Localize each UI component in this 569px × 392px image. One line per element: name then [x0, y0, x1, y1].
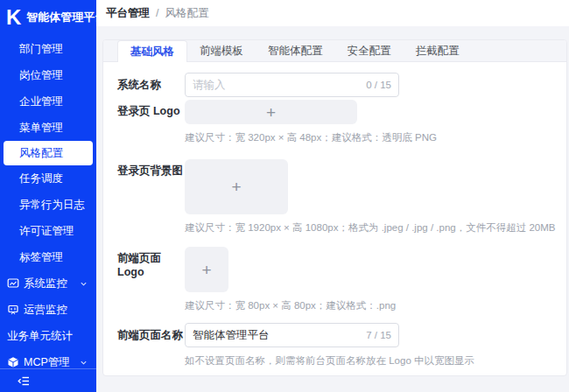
- monitor-chart-icon: [7, 277, 19, 290]
- system-name-counter: 0 / 15: [366, 80, 391, 90]
- login-bg-label: 登录页背景图: [117, 159, 185, 234]
- app-brand: K 智能体管理平台: [0, 0, 96, 32]
- sidebar-menu: 部门管理 岗位管理 企业管理 菜单管理 风格配置 任务调度 异常行为日志 许可证…: [0, 36, 96, 375]
- sidebar-item-style-config[interactable]: 风格配置: [4, 141, 93, 165]
- plus-icon: +: [201, 262, 211, 278]
- system-name-label: 系统名称: [117, 73, 185, 97]
- sidebar-item-positions[interactable]: 岗位管理: [0, 62, 96, 88]
- tab-intercept-config[interactable]: 拦截配置: [404, 40, 472, 61]
- tab-agent-config[interactable]: 智能体配置: [256, 40, 335, 61]
- breadcrumb-section[interactable]: 平台管理: [106, 6, 150, 21]
- front-logo-hint: 建议尺寸：宽 80px × 高 80px；建议格式：.png: [185, 299, 396, 312]
- system-name-input[interactable]: [193, 79, 361, 91]
- main-area: 平台管理 / 风格配置 基础风格 前端模板 智能体配置 安全配置 拦截配置 系统…: [96, 0, 569, 392]
- front-logo-label: 前端页面 Logo: [117, 247, 185, 312]
- form-row-front-logo: 前端页面 Logo + 建议尺寸：宽 80px × 高 80px；建议格式：.p…: [117, 247, 566, 312]
- sidebar-footer: [0, 368, 96, 392]
- tab-frontend-template[interactable]: 前端模板: [187, 40, 256, 61]
- breadcrumb-separator: /: [156, 7, 158, 19]
- plus-icon: +: [231, 178, 241, 195]
- form-row-login-logo: 登录页 Logo + 建议尺寸：宽 320px × 高 48px；建议格式：透明…: [117, 100, 566, 144]
- sidebar-item-license[interactable]: 许可证管理: [0, 218, 96, 244]
- login-bg-hint: 建议尺寸：宽 1920px × 高 1080px；格式为 .jpeg / .jp…: [185, 221, 555, 234]
- plus-icon: +: [266, 104, 276, 121]
- menu-fold-icon[interactable]: [18, 375, 30, 387]
- breadcrumb: 平台管理 / 风格配置: [96, 0, 569, 26]
- sidebar-item-system-monitor[interactable]: 系统监控: [0, 270, 96, 297]
- style-config-card: 基础风格 前端模板 智能体配置 安全配置 拦截配置 系统名称 0 / 15: [102, 39, 567, 376]
- tab-bar: 基础风格 前端模板 智能体配置 安全配置 拦截配置: [103, 40, 566, 62]
- front-name-hint: 如不设置页面名称，则需将前台页面名称放在 Logo 中以宽图显示: [185, 354, 474, 368]
- app-title: 智能体管理平台: [26, 10, 106, 25]
- chevron-down-icon: [80, 359, 88, 367]
- chevron-down-icon: [80, 280, 88, 288]
- system-name-inputbox: 0 / 15: [185, 73, 399, 97]
- front-name-label: 前端页面名称: [117, 323, 185, 368]
- login-logo-hint: 建议尺寸：宽 320px × 高 48px；建议格式：透明底 PNG: [185, 131, 437, 144]
- breadcrumb-current: 风格配置: [165, 6, 208, 21]
- form-row-system-name: 系统名称 0 / 15: [117, 73, 566, 97]
- sidebar-item-abnormal-behavior-log[interactable]: 异常行为日志: [0, 192, 96, 218]
- workarea: 基础风格 前端模板 智能体配置 安全配置 拦截配置 系统名称 0 / 15: [96, 26, 569, 392]
- sidebar-item-tags[interactable]: 标签管理: [0, 244, 96, 270]
- form-row-login-bg: 登录页背景图 + 建议尺寸：宽 1920px × 高 1080px；格式为 .j…: [117, 159, 566, 234]
- sidebar-item-business-unit-stats[interactable]: 业务单元统计: [0, 323, 96, 349]
- sidebar-item-operation-monitor[interactable]: 运营监控: [0, 297, 96, 323]
- cube-icon: [7, 356, 19, 368]
- login-bg-upload[interactable]: +: [185, 159, 288, 214]
- app-logo: K: [6, 6, 20, 29]
- form-row-front-name: 前端页面名称 7 / 15 如不设置页面名称，则需将前台页面名称放在 Logo …: [117, 323, 566, 368]
- sidebar-item-menus[interactable]: 菜单管理: [0, 115, 96, 141]
- tab-security-config[interactable]: 安全配置: [335, 40, 404, 61]
- front-name-inputbox: 7 / 15: [185, 323, 399, 347]
- tab-basic-style[interactable]: 基础风格: [117, 40, 187, 62]
- login-logo-upload[interactable]: +: [185, 100, 357, 124]
- presentation-board-icon: [7, 304, 19, 316]
- front-logo-upload[interactable]: +: [185, 247, 228, 292]
- sidebar-item-enterprises[interactable]: 企业管理: [0, 88, 96, 115]
- sidebar-item-task-scheduling[interactable]: 任务调度: [0, 165, 96, 192]
- sidebar-item-departments[interactable]: 部门管理: [0, 36, 96, 62]
- front-name-counter: 7 / 15: [366, 330, 391, 340]
- front-name-input[interactable]: [193, 329, 361, 341]
- login-logo-label: 登录页 Logo: [117, 100, 185, 144]
- sidebar: K 智能体管理平台 部门管理 岗位管理 企业管理 菜单管理 风格配置 任务调度 …: [0, 0, 96, 392]
- basic-style-form: 系统名称 0 / 15 登录页 Logo +: [103, 62, 566, 375]
